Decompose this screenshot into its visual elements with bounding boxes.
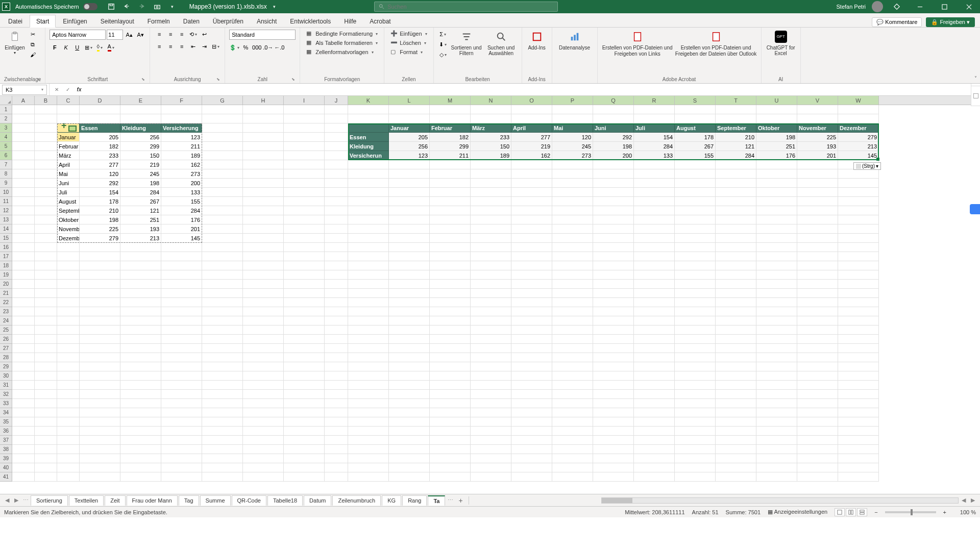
cell[interactable] xyxy=(716,353,756,362)
font-name-select[interactable] xyxy=(50,30,106,40)
column-header[interactable]: L xyxy=(389,96,430,105)
cell[interactable]: 133 xyxy=(634,151,675,160)
cell[interactable] xyxy=(35,344,57,353)
cell[interactable] xyxy=(325,261,348,270)
cell[interactable] xyxy=(325,445,348,454)
cell[interactable] xyxy=(80,417,120,427)
cell[interactable]: Juni xyxy=(57,179,80,188)
chatgpt-button[interactable]: GPT ChatGPT for Excel xyxy=(766,30,796,56)
cell[interactable] xyxy=(471,399,511,408)
cell[interactable] xyxy=(838,316,879,325)
cell[interactable] xyxy=(284,206,325,215)
row-header[interactable]: 19 xyxy=(0,270,12,280)
cell[interactable] xyxy=(57,316,80,325)
cell[interactable] xyxy=(511,344,552,353)
cell[interactable] xyxy=(12,362,35,371)
cell[interactable]: 284 xyxy=(161,206,202,215)
cell[interactable] xyxy=(284,445,325,454)
cell[interactable] xyxy=(511,114,552,123)
cell[interactable] xyxy=(716,252,756,261)
cell[interactable] xyxy=(80,335,120,344)
cell[interactable] xyxy=(389,270,430,280)
cell[interactable]: Januar xyxy=(57,133,80,142)
cell[interactable] xyxy=(325,472,348,482)
cell[interactable] xyxy=(593,390,634,399)
cell[interactable] xyxy=(325,289,348,298)
cell[interactable]: 210 xyxy=(716,133,756,142)
cell[interactable] xyxy=(430,408,471,417)
number-launcher[interactable]: ⬊ xyxy=(290,77,296,82)
cell[interactable] xyxy=(634,289,675,298)
cell[interactable] xyxy=(243,316,284,325)
cell[interactable] xyxy=(389,427,430,436)
cell[interactable] xyxy=(325,335,348,344)
cell[interactable] xyxy=(593,362,634,371)
cell[interactable] xyxy=(202,188,243,197)
cell[interactable] xyxy=(756,307,797,316)
cell[interactable] xyxy=(511,270,552,280)
cell[interactable]: 178 xyxy=(80,197,120,206)
cell[interactable] xyxy=(838,399,879,408)
cell[interactable] xyxy=(243,307,284,316)
cell[interactable] xyxy=(593,408,634,417)
align-launcher[interactable]: ⬊ xyxy=(215,77,220,82)
cell[interactable] xyxy=(348,252,389,261)
sheet-tab[interactable]: Tag xyxy=(179,495,199,506)
cell[interactable] xyxy=(634,390,675,399)
cell[interactable] xyxy=(756,463,797,472)
cell[interactable] xyxy=(12,381,35,390)
cell[interactable] xyxy=(430,261,471,270)
row-header[interactable]: 2 xyxy=(0,114,12,123)
cell[interactable] xyxy=(348,188,389,197)
comments-button[interactable]: 💬 Kommentare xyxy=(872,17,922,27)
cell[interactable] xyxy=(120,316,161,325)
zoom-slider[interactable] xyxy=(885,511,936,513)
cell[interactable] xyxy=(552,371,593,381)
cell[interactable]: 299 xyxy=(430,142,471,151)
row-header[interactable]: 36 xyxy=(0,427,12,436)
cell[interactable] xyxy=(284,261,325,270)
cell[interactable] xyxy=(389,472,430,482)
row-header[interactable]: 37 xyxy=(0,436,12,445)
cell[interactable] xyxy=(675,224,716,234)
cell[interactable] xyxy=(675,280,716,289)
copilot-icon[interactable] xyxy=(970,204,980,214)
clear-icon[interactable]: ◇ xyxy=(438,50,448,59)
cell[interactable] xyxy=(284,197,325,206)
cell[interactable] xyxy=(12,188,35,197)
cell[interactable] xyxy=(161,463,202,472)
cell[interactable] xyxy=(284,316,325,325)
sheet-tab[interactable]: Datum xyxy=(304,495,331,506)
cell[interactable] xyxy=(593,335,634,344)
cell[interactable] xyxy=(161,243,202,252)
pdf-outlook-button[interactable]: Erstellen von PDF-Dateien und Freigeben … xyxy=(675,30,757,57)
cell[interactable] xyxy=(389,344,430,353)
cell[interactable] xyxy=(202,454,243,463)
delete-cells-button[interactable]: ➖Löschen xyxy=(388,39,428,47)
cell[interactable] xyxy=(389,114,430,123)
cell[interactable] xyxy=(389,362,430,371)
cell[interactable] xyxy=(80,427,120,436)
cell[interactable] xyxy=(325,353,348,362)
cell[interactable] xyxy=(35,280,57,289)
column-header[interactable]: I xyxy=(284,96,325,105)
cell[interactable]: November xyxy=(57,224,80,234)
cell[interactable] xyxy=(511,289,552,298)
cell[interactable] xyxy=(797,307,838,316)
row-header[interactable]: 20 xyxy=(0,280,12,289)
cell[interactable] xyxy=(756,344,797,353)
cell[interactable] xyxy=(284,243,325,252)
cell[interactable] xyxy=(756,472,797,482)
cell[interactable] xyxy=(202,298,243,307)
row-header[interactable]: 6 xyxy=(0,151,12,160)
cell[interactable] xyxy=(471,243,511,252)
avatar[interactable] xyxy=(872,1,883,12)
cell[interactable] xyxy=(593,234,634,243)
cell[interactable] xyxy=(243,353,284,362)
cell[interactable] xyxy=(552,381,593,390)
cell[interactable] xyxy=(675,307,716,316)
minimize-button[interactable] xyxy=(911,0,929,13)
cell[interactable] xyxy=(35,472,57,482)
cell[interactable] xyxy=(12,169,35,179)
cell[interactable] xyxy=(430,215,471,224)
